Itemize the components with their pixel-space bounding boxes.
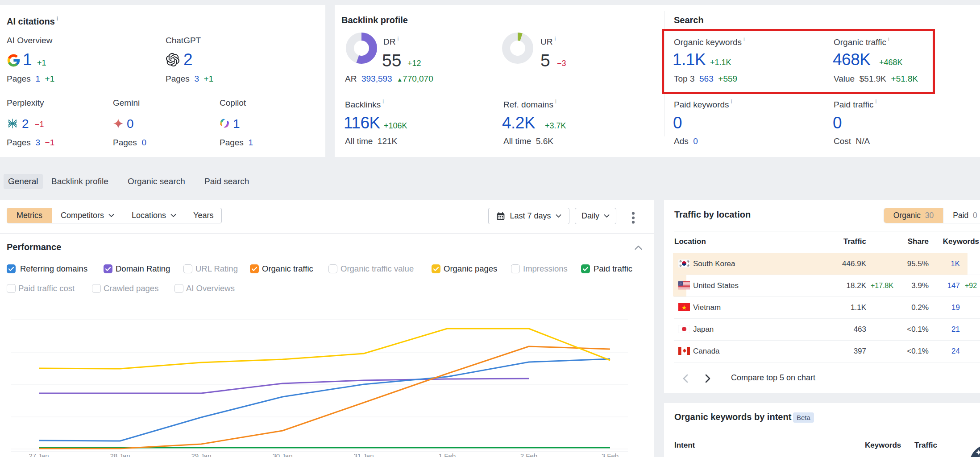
svg-text:2 Feb: 2 Feb <box>520 452 537 457</box>
svg-text:29 Jan: 29 Jan <box>191 452 211 457</box>
svg-text:3 Feb: 3 Feb <box>602 452 619 457</box>
svg-text:1 Feb: 1 Feb <box>439 452 456 457</box>
svg-text:27 Jan: 27 Jan <box>29 452 49 457</box>
svg-text:30 Jan: 30 Jan <box>272 452 292 457</box>
svg-text:28 Jan: 28 Jan <box>110 452 130 457</box>
svg-text:31 Jan: 31 Jan <box>353 452 374 457</box>
